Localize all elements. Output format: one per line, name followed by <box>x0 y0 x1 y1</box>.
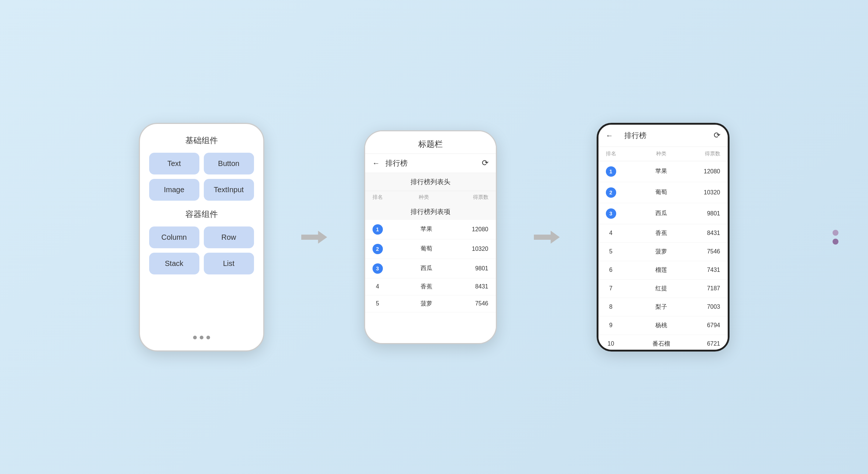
phone3-rank-10: 10 <box>606 340 628 347</box>
phone3-search-icon[interactable]: ⟳ <box>714 131 720 140</box>
phone2-nav-title: 排行榜 <box>385 158 482 168</box>
dot-3 <box>206 336 210 339</box>
arrow-2 <box>534 224 560 250</box>
dot-2 <box>200 336 203 339</box>
image-component-btn[interactable]: Image <box>149 179 199 201</box>
phone3-item: 7 红提 7187 <box>598 280 728 298</box>
list-item: 5 菠萝 7546 <box>365 295 496 312</box>
phone3-nav: ← 排行榜 ⟳ <box>598 125 728 147</box>
phone3-name-10: 番石榴 <box>628 340 694 348</box>
dot-1 <box>193 336 197 339</box>
phone3-name-9: 杨桃 <box>628 322 694 329</box>
list-component-btn[interactable]: List <box>204 253 254 274</box>
item-name-2: 葡萄 <box>383 245 463 253</box>
col-votes-header: 得票数 <box>445 194 488 201</box>
phone3-nav-title: 排行榜 <box>624 131 714 141</box>
text-component-btn[interactable]: Text <box>149 153 199 174</box>
phone-1-content: 基础组件 Text Button Image TextInput 容器组件 Co… <box>140 124 263 350</box>
phone3-item: 5 菠萝 7546 <box>598 243 728 261</box>
phone3-rank-4: 4 <box>606 230 628 236</box>
textinput-component-btn[interactable]: TextInput <box>204 179 254 201</box>
phone3-votes-6: 7431 <box>694 267 720 273</box>
phone3-votes-5: 7546 <box>694 248 720 255</box>
phone3-item: 4 香蕉 8431 <box>598 224 728 243</box>
phone3-item: 8 梨子 7003 <box>598 298 728 316</box>
arrow-1 <box>301 224 327 250</box>
num-7: 7 <box>606 285 616 292</box>
phone3-name-8: 梨子 <box>628 303 694 311</box>
phone3-list-header: 排名 种类 得票数 <box>598 147 728 161</box>
phone3-votes-10: 6721 <box>694 340 720 347</box>
phone3-rank-7: 7 <box>606 285 628 292</box>
list-header-label: 排行榜列表头 <box>365 173 496 191</box>
phone3-item: 1 苹果 12080 <box>598 161 728 182</box>
phone3-item: 10 番石榴 6721 <box>598 335 728 352</box>
phone-3-frame: ← 排行榜 ⟳ 排名 种类 得票数 1 苹果 12080 2 葡萄 10320 … <box>597 123 730 352</box>
basic-components-title: 基础组件 <box>185 135 218 146</box>
phone3-col-rank: 排名 <box>606 150 628 157</box>
deco-dot-2 <box>833 239 838 245</box>
col-type-header: 种类 <box>402 194 445 201</box>
phone3-item: 9 杨桃 6794 <box>598 316 728 335</box>
phone3-back-button[interactable]: ← <box>606 131 613 140</box>
phone3-votes-3: 9801 <box>694 210 720 217</box>
phone3-votes-1: 12080 <box>694 168 720 175</box>
phone2-nav-bar: ← 排行榜 ⟳ <box>365 154 496 173</box>
phone3-name-4: 香蕉 <box>628 229 694 237</box>
item-votes-5: 7546 <box>463 300 488 307</box>
phone3-rank-8: 8 <box>606 304 628 310</box>
list-header-row: 排名 种类 得票数 <box>365 191 496 204</box>
phone2-search-icon[interactable]: ⟳ <box>482 158 488 168</box>
rank-num-4: 4 <box>373 283 383 290</box>
num-9: 9 <box>606 322 616 329</box>
phone3-item: 6 榴莲 7431 <box>598 261 728 280</box>
item-votes-3: 9801 <box>463 265 488 272</box>
phone3-name-6: 榴莲 <box>628 266 694 274</box>
titlebar-section: 标题栏 <box>365 131 496 154</box>
phone3-col-type: 种类 <box>628 150 694 157</box>
phone3-name-2: 葡萄 <box>628 188 694 196</box>
phone3-name-7: 红提 <box>628 285 694 293</box>
badge-3: 3 <box>606 208 616 219</box>
num-4: 4 <box>606 230 616 236</box>
phone3-votes-2: 10320 <box>694 189 720 196</box>
num-10: 10 <box>606 340 616 347</box>
arrow-2-icon <box>534 224 560 250</box>
rank-badge-1: 1 <box>373 224 383 235</box>
phone3-name-3: 西瓜 <box>628 210 694 217</box>
svg-marker-1 <box>534 231 560 243</box>
phone-3-content: ← 排行榜 ⟳ 排名 种类 得票数 1 苹果 12080 2 葡萄 10320 … <box>598 125 728 350</box>
phone-2-frame: 标题栏 ← 排行榜 ⟳ 排行榜列表头 排名 种类 得票数 排行榜列表项 1 苹果… <box>364 130 497 344</box>
deco-dot-1 <box>833 230 838 236</box>
phone2-back-button[interactable]: ← <box>373 159 380 167</box>
phone3-item: 3 西瓜 9801 <box>598 203 728 224</box>
list-item: 3 西瓜 9801 <box>365 259 496 278</box>
item-name-5: 菠萝 <box>383 300 463 308</box>
stack-component-btn[interactable]: Stack <box>149 253 199 274</box>
row-component-btn[interactable]: Row <box>204 226 254 248</box>
phone-2-content: 标题栏 ← 排行榜 ⟳ 排行榜列表头 排名 种类 得票数 排行榜列表项 1 苹果… <box>365 131 496 343</box>
item-name-1: 苹果 <box>383 225 463 233</box>
list-item: 2 葡萄 10320 <box>365 239 496 259</box>
phone3-votes-4: 8431 <box>694 230 720 236</box>
phone3-rank-5: 5 <box>606 248 628 255</box>
svg-marker-0 <box>301 231 327 243</box>
phone3-votes-8: 7003 <box>694 304 720 310</box>
column-component-btn[interactable]: Column <box>149 226 199 248</box>
phone3-votes-9: 6794 <box>694 322 720 329</box>
phone3-rank-1: 1 <box>606 166 628 177</box>
button-component-btn[interactable]: Button <box>204 153 254 174</box>
phone-dots <box>193 336 210 343</box>
list-item: 4 香蕉 8431 <box>365 278 496 295</box>
item-votes-4: 8431 <box>463 283 488 290</box>
decorative-dots <box>833 230 838 245</box>
phone3-rank-3: 3 <box>606 208 628 219</box>
num-6: 6 <box>606 267 616 273</box>
list-item: 1 苹果 12080 <box>365 220 496 239</box>
phone3-name-5: 菠萝 <box>628 248 694 256</box>
arrow-1-icon <box>301 224 327 250</box>
container-components-grid: Column Row Stack List <box>149 226 254 274</box>
badge-1: 1 <box>606 166 616 177</box>
phone3-name-1: 苹果 <box>628 167 694 175</box>
col-rank-header: 排名 <box>373 194 402 201</box>
